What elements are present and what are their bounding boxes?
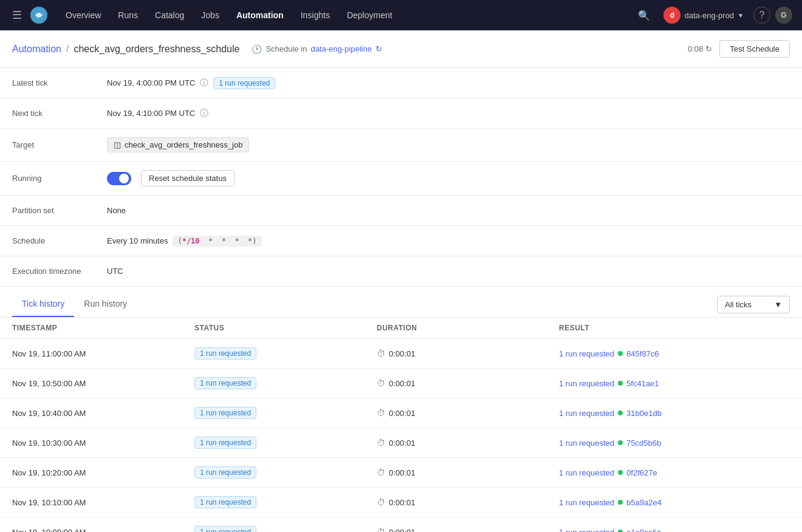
user-avatar: d — [663, 7, 680, 24]
target-value: ◫ check_avg_orders_freshness_job — [97, 129, 802, 161]
running-value: Reset schedule status — [97, 162, 802, 195]
timer-display: 0:08 ↻ — [688, 44, 712, 53]
secondary-user-avatar[interactable]: G — [775, 7, 792, 24]
cell-result: 1 run requested 845f87c6 — [559, 349, 790, 358]
target-job-badge[interactable]: ◫ check_avg_orders_freshness_job — [107, 137, 249, 152]
result-run-hash[interactable]: b5a9a2e4 — [626, 498, 662, 507]
timer-refresh-icon[interactable]: ↻ — [705, 44, 712, 53]
table-row: Nov 19, 10:10:00 AM 1 run requested ⏱ 0:… — [0, 488, 802, 517]
top-navigation: ☰ Overview Runs Catalog Jobs Automation … — [0, 0, 802, 30]
result-run-label: 1 run requested — [559, 468, 614, 477]
timezone-value: UTC — [97, 256, 802, 286]
nav-jobs[interactable]: Jobs — [194, 7, 227, 24]
cell-result: 1 run requested 31b0e1db — [559, 409, 790, 418]
nav-catalog[interactable]: Catalog — [148, 7, 191, 24]
user-menu[interactable]: d data-eng-prod ▼ — [659, 4, 749, 26]
duration-icon: ⏱ — [377, 497, 385, 507]
result-run-label: 1 run requested — [559, 349, 614, 358]
partition-set-text: None — [107, 206, 126, 215]
search-button[interactable]: 🔍 — [634, 6, 654, 25]
tab-run-history[interactable]: Run history — [74, 292, 137, 317]
partition-set-label: Partition set — [0, 196, 97, 225]
schedule-value: Every 10 minutes (*/10 * * * *) — [97, 226, 802, 256]
timezone-text: UTC — [107, 267, 123, 276]
status-badge: 1 run requested — [194, 466, 256, 479]
result-run-hash[interactable]: 31b0e1db — [626, 409, 662, 418]
duration-icon: ⏱ — [377, 438, 385, 448]
nav-insights[interactable]: Insights — [293, 7, 337, 24]
result-run-label: 1 run requested — [559, 379, 614, 388]
next-tick-row: Next tick Nov 19, 4:10:00 PM UTC ⓘ — [0, 98, 802, 129]
cell-result: 1 run requested e1e9ce6a — [559, 528, 790, 533]
duration-value: 0:00:01 — [389, 498, 415, 507]
breadcrumb-automation-link[interactable]: Automation — [12, 44, 61, 55]
latest-tick-label: Latest tick — [0, 68, 97, 98]
running-toggle[interactable] — [107, 172, 131, 185]
partition-set-value: None — [97, 196, 802, 225]
duration-icon: ⏱ — [377, 408, 385, 418]
result-success-dot — [618, 411, 623, 415]
next-tick-value: Nov 19, 4:10:00 PM UTC ⓘ — [97, 98, 802, 128]
result-run-hash[interactable]: 5fc41ae1 — [626, 379, 659, 388]
duration-icon: ⏱ — [377, 378, 385, 388]
help-button[interactable]: ? — [753, 7, 770, 24]
tab-tick-history[interactable]: Tick history — [12, 292, 74, 317]
refresh-icon[interactable]: ↻ — [375, 44, 382, 53]
cell-timestamp: Nov 19, 10:30:00 AM — [12, 438, 194, 448]
nav-automation[interactable]: Automation — [229, 7, 291, 24]
duration-icon: ⏱ — [377, 527, 385, 532]
clock-schedule-icon: 🕐 — [252, 44, 262, 54]
nav-links: Overview Runs Catalog Jobs Automation In… — [58, 7, 629, 24]
schedule-frequency: Every 10 minutes — [107, 236, 168, 245]
page-header: Automation / check_avg_orders_freshness_… — [0, 30, 802, 68]
tabs-container: Tick history Run history — [12, 292, 137, 317]
running-label: Running — [0, 162, 97, 195]
cell-timestamp: Nov 19, 10:50:00 AM — [12, 379, 194, 388]
cell-result: 1 run requested b5a9a2e4 — [559, 498, 790, 507]
duration-value: 0:00:01 — [389, 349, 415, 358]
cell-status: 1 run requested — [194, 437, 377, 449]
duration-value: 0:00:01 — [389, 468, 415, 477]
nav-overview[interactable]: Overview — [58, 7, 108, 24]
cell-status: 1 run requested — [194, 407, 377, 419]
test-schedule-button[interactable]: Test Schedule — [719, 40, 790, 58]
col-status: Status — [194, 324, 377, 332]
reset-schedule-button[interactable]: Reset schedule status — [141, 170, 235, 186]
latest-tick-badge: 1 run requested — [213, 77, 275, 89]
cell-timestamp: Nov 19, 11:00:00 AM — [12, 349, 194, 358]
result-run-hash[interactable]: 845f87c6 — [626, 349, 659, 358]
duration-value: 0:00:01 — [389, 528, 415, 533]
target-job-name: check_avg_orders_freshness_job — [125, 140, 242, 149]
target-label: Target — [0, 129, 97, 161]
timezone-label: Execution timezone — [0, 256, 97, 286]
cell-duration: ⏱ 0:00:01 — [377, 527, 559, 532]
cell-timestamp: Nov 19, 10:10:00 AM — [12, 498, 194, 507]
cell-duration: ⏱ 0:00:01 — [377, 468, 559, 477]
schedule-row: Schedule Every 10 minutes (*/10 * * * *) — [0, 226, 802, 256]
cell-duration: ⏱ 0:00:01 — [377, 438, 559, 448]
nav-deployment[interactable]: Deployment — [340, 7, 400, 24]
all-ticks-filter[interactable]: All ticks ▼ — [717, 296, 790, 313]
result-run-hash[interactable]: e1e9ce6a — [626, 528, 661, 533]
schedule-cron: (*/10 * * * *) — [173, 236, 261, 247]
result-run-hash[interactable]: 0f2f627e — [626, 468, 657, 477]
nav-runs[interactable]: Runs — [111, 7, 145, 24]
filter-chevron-icon: ▼ — [774, 300, 782, 309]
table-row: Nov 19, 10:20:00 AM 1 run requested ⏱ 0:… — [0, 458, 802, 488]
result-success-dot — [618, 351, 623, 356]
table-row: Nov 19, 10:00:00 AM 1 run requested ⏱ 0:… — [0, 517, 802, 532]
hamburger-menu-icon[interactable]: ☰ — [10, 6, 24, 24]
user-chevron-icon: ▼ — [738, 12, 744, 19]
timezone-row: Execution timezone UTC — [0, 256, 802, 287]
latest-tick-clock-icon: ⓘ — [200, 78, 208, 89]
table-row: Nov 19, 10:50:00 AM 1 run requested ⏱ 0:… — [0, 369, 802, 398]
result-run-label: 1 run requested — [559, 409, 614, 418]
tabs-section: Tick history Run history All ticks ▼ — [0, 292, 802, 318]
table-rows-container: Nov 19, 11:00:00 AM 1 run requested ⏱ 0:… — [0, 339, 802, 532]
pipeline-link[interactable]: data-eng-pipeline — [310, 44, 371, 53]
result-run-hash[interactable]: 75cd5b6b — [626, 438, 661, 448]
cell-duration: ⏱ 0:00:01 — [377, 349, 559, 358]
cell-result: 1 run requested 0f2f627e — [559, 468, 790, 477]
cell-status: 1 run requested — [194, 466, 377, 479]
target-job-icon: ◫ — [114, 140, 121, 149]
